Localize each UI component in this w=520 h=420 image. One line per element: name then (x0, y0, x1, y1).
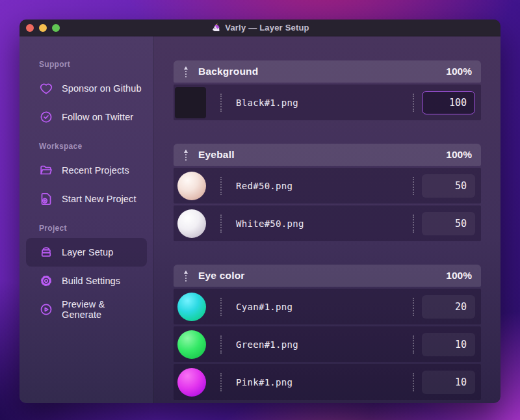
group-title: Background (198, 66, 258, 77)
sidebar-item-label: Sponsor on Github (62, 83, 142, 94)
layer-thumbnail (177, 293, 206, 321)
sidebar-section-project: ProjectLayer SetupBuild SettingsPreview … (20, 224, 153, 324)
layer-row-green-1-png[interactable]: Green#1.png (174, 326, 481, 362)
group-header: Background100% (174, 60, 481, 83)
layer-weight-input[interactable] (422, 174, 475, 198)
sidebar-item-sponsor-on-github[interactable]: Sponsor on Github (26, 74, 147, 103)
heart-icon (39, 81, 53, 96)
layer-filename: Pink#1.png (236, 377, 413, 387)
zoom-button[interactable] (52, 24, 60, 32)
layer-group-eye-color: Eye color100%Cyan#1.pngGreen#1.pngPink#1… (174, 265, 481, 400)
dotted-divider (413, 298, 414, 316)
layer-group-background: Background100%Black#1.png (174, 60, 481, 120)
layers-icon (39, 245, 53, 259)
window-body: SupportSponsor on GithubFollow on Twitte… (20, 36, 500, 403)
traffic-lights (26, 24, 60, 32)
sidebar-section-label: Workspace (39, 142, 153, 151)
window-title-text: Varly — Layer Setup (225, 23, 309, 33)
group-header: Eyeball100% (174, 144, 481, 166)
dotted-divider (220, 373, 222, 391)
layer-thumbnail (177, 368, 206, 397)
sidebar-item-label: Recent Projects (62, 165, 129, 176)
layer-weight-input[interactable] (422, 91, 475, 114)
sidebar-item-recent-projects[interactable]: Recent Projects (26, 156, 147, 185)
sidebar-item-build-settings[interactable]: Build Settings (26, 267, 147, 295)
dotted-divider (413, 177, 414, 195)
layer-filename: Red#50.png (236, 181, 413, 191)
dotted-divider (220, 298, 222, 316)
group-weight: 100% (446, 270, 472, 282)
layer-weight-input[interactable] (422, 295, 475, 319)
sidebar-item-label: Preview & Generate (62, 299, 147, 320)
layer-setup-panel: Background100%Black#1.pngEyeball100%Red#… (154, 36, 500, 403)
sidebar-item-label: Follow on Twitter (62, 112, 133, 122)
sidebar-item-start-new-project[interactable]: Start New Project (26, 185, 147, 213)
layer-filename: White#50.png (236, 218, 413, 229)
sidebar-item-label: Start New Project (62, 194, 136, 204)
layer-thumbnail (177, 330, 206, 359)
minimize-button[interactable] (39, 24, 47, 32)
titlebar: Varly — Layer Setup (20, 20, 500, 36)
layer-row-black-1-png[interactable]: Black#1.png (174, 85, 481, 120)
dotted-divider (220, 94, 222, 112)
sidebar: SupportSponsor on GithubFollow on Twitte… (20, 36, 154, 403)
gear-icon (39, 274, 53, 288)
app-window: Varly — Layer Setup SupportSponsor on Gi… (20, 20, 500, 403)
layer-filename: Cyan#1.png (236, 302, 413, 312)
dotted-divider (413, 373, 414, 391)
dotted-divider (220, 335, 222, 354)
layer-weight-input[interactable] (422, 371, 475, 394)
group-title: Eye color (198, 270, 245, 282)
dotted-divider (413, 94, 414, 112)
folder-open-icon (39, 163, 53, 177)
group-title: Eyeball (198, 149, 235, 161)
layer-thumbnail (175, 87, 206, 118)
layer-group-eyeball: Eyeball100%Red#50.pngWhite#50.png (174, 144, 481, 241)
sidebar-item-preview-generate[interactable]: Preview & Generate (26, 295, 147, 324)
close-button[interactable] (26, 24, 34, 32)
layer-row-pink-1-png[interactable]: Pink#1.png (174, 364, 481, 400)
play-circle-icon (39, 302, 53, 317)
window-title: Varly — Layer Setup (20, 20, 500, 36)
dotted-divider (220, 177, 222, 195)
sidebar-section-label: Support (39, 60, 153, 69)
layer-thumbnail (177, 209, 206, 238)
layer-filename: Green#1.png (236, 339, 413, 350)
drag-handle-icon[interactable] (183, 270, 189, 282)
badge-check-icon (39, 110, 53, 124)
sidebar-section-label: Project (39, 224, 153, 233)
layer-weight-input[interactable] (422, 333, 475, 356)
unicorn-icon (211, 23, 221, 33)
dotted-divider (413, 215, 414, 233)
file-plus-icon (39, 192, 53, 206)
dotted-divider (220, 215, 222, 233)
drag-handle-icon[interactable] (183, 150, 189, 161)
dotted-divider (413, 335, 414, 354)
sidebar-section-support: SupportSponsor on GithubFollow on Twitte… (20, 60, 153, 131)
layer-weight-input[interactable] (422, 212, 475, 235)
group-weight: 100% (446, 149, 472, 161)
sidebar-item-layer-setup[interactable]: Layer Setup (26, 238, 147, 267)
layer-row-red-50-png[interactable]: Red#50.png (174, 168, 481, 203)
group-header: Eye color100% (174, 265, 481, 287)
layer-row-white-50-png[interactable]: White#50.png (174, 205, 481, 241)
sidebar-section-workspace: WorkspaceRecent ProjectsStart New Projec… (20, 142, 153, 213)
sidebar-item-label: Build Settings (62, 276, 120, 286)
layer-filename: Black#1.png (236, 98, 413, 108)
sidebar-item-label: Layer Setup (62, 247, 113, 257)
sidebar-item-follow-on-twitter[interactable]: Follow on Twitter (26, 103, 147, 131)
group-weight: 100% (446, 66, 472, 77)
drag-handle-icon[interactable] (183, 66, 189, 77)
layer-row-cyan-1-png[interactable]: Cyan#1.png (174, 289, 481, 324)
layer-thumbnail (177, 172, 206, 200)
